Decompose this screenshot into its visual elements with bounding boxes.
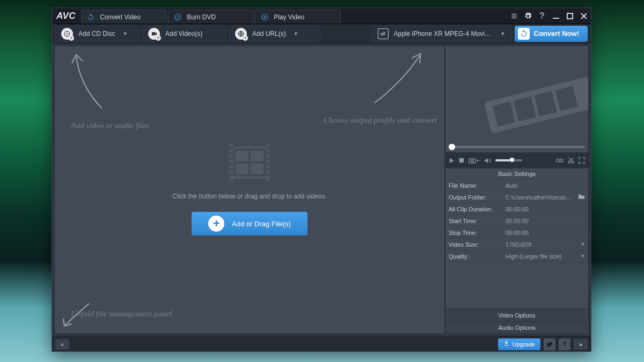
svg-rect-7 bbox=[567, 13, 573, 19]
setting-label: Output Folder: bbox=[449, 194, 506, 201]
plus-icon: + bbox=[208, 216, 224, 232]
titlebar: AVC Convert Video Burn DVD Play Video bbox=[52, 8, 591, 24]
list-icon[interactable] bbox=[509, 11, 519, 21]
folder-icon[interactable] bbox=[578, 194, 585, 201]
expand-panel-button[interactable]: « bbox=[55, 339, 69, 350]
settings-row: File Name:Auto bbox=[445, 180, 588, 191]
toolbar: + Add CD Disc ▼ + Add Video(s) + Add URL… bbox=[52, 24, 591, 43]
settings-row[interactable]: Quality:High (Larger file size)▼ bbox=[445, 250, 588, 262]
overlay-add-hint: Add video or audio files bbox=[71, 121, 150, 130]
svg-rect-5 bbox=[511, 17, 516, 18]
setting-value: Auto bbox=[506, 182, 585, 189]
body: Add video or audio files Choose output p… bbox=[52, 43, 591, 336]
svg-rect-30 bbox=[266, 173, 269, 176]
add-videos-button[interactable]: + Add Video(s) bbox=[142, 26, 226, 42]
settings-row: Start Time:00:00:00 bbox=[445, 215, 588, 227]
preview-controls: ▼ bbox=[445, 154, 589, 167]
gear-icon[interactable] bbox=[523, 11, 533, 21]
preview-seek-slider[interactable] bbox=[449, 146, 585, 148]
refresh-icon bbox=[87, 13, 94, 21]
svg-rect-10 bbox=[152, 32, 155, 35]
svg-rect-15 bbox=[236, 151, 248, 161]
setting-value: 1792x828▼ bbox=[506, 241, 585, 248]
close-icon[interactable] bbox=[579, 11, 589, 21]
setting-label: All Clip Duration: bbox=[449, 206, 506, 212]
cut-icon[interactable] bbox=[568, 157, 574, 164]
setting-label: Start Time: bbox=[449, 218, 506, 224]
svg-rect-3 bbox=[511, 13, 516, 14]
svg-rect-25 bbox=[266, 146, 269, 149]
tab-burn-dvd[interactable]: Burn DVD bbox=[168, 10, 254, 24]
play-icon[interactable] bbox=[449, 158, 455, 164]
setting-label: Video Size: bbox=[449, 241, 506, 248]
more-button[interactable]: » bbox=[574, 339, 588, 350]
svg-rect-6 bbox=[553, 18, 559, 19]
chevron-down-icon: ▼ bbox=[294, 31, 298, 36]
snapshot-icon[interactable]: ▼ bbox=[469, 158, 480, 164]
chevron-down-icon: ▼ bbox=[501, 31, 506, 36]
video-plus-icon: + bbox=[148, 28, 160, 40]
svg-rect-26 bbox=[266, 152, 269, 154]
upgrade-button[interactable]: Upgrade bbox=[498, 338, 540, 350]
upload-icon bbox=[503, 341, 509, 348]
globe-plus-icon: + bbox=[235, 28, 247, 40]
add-urls-button[interactable]: + Add URL(s) ▼ bbox=[229, 26, 320, 42]
add-cd-disc-button[interactable]: + Add CD Disc ▼ bbox=[55, 26, 139, 42]
film-icon bbox=[229, 144, 270, 183]
svg-rect-36 bbox=[459, 158, 464, 162]
svg-rect-20 bbox=[230, 152, 233, 154]
profile-label: Apple iPhone XR MPEG-4 Movie (*.m... bbox=[394, 30, 493, 38]
button-label: Convert Now! bbox=[534, 29, 580, 38]
svg-point-42 bbox=[572, 161, 574, 163]
svg-rect-24 bbox=[230, 173, 233, 176]
fullscreen-icon[interactable] bbox=[579, 157, 585, 164]
video-options-button[interactable]: Video Options bbox=[445, 309, 588, 321]
svg-rect-40 bbox=[560, 159, 563, 161]
svg-rect-21 bbox=[230, 157, 233, 160]
overlay-unfold-hint: Unfold file management panel bbox=[71, 309, 172, 319]
side-panel: ▼ Basic Settings File Name:AutoOutput Fo… bbox=[445, 46, 589, 334]
arrow-icon bbox=[64, 49, 113, 114]
convert-now-button[interactable]: Convert Now! bbox=[515, 26, 588, 42]
chevron-down-icon: ▼ bbox=[581, 242, 585, 247]
audio-options-button[interactable]: Audio Options bbox=[445, 321, 588, 334]
setting-value: 00:00:00 bbox=[506, 206, 585, 212]
svg-rect-4 bbox=[511, 16, 516, 16]
button-label: Add Video(s) bbox=[165, 30, 202, 38]
chevron-down-icon: ▼ bbox=[581, 254, 585, 258]
svg-point-9 bbox=[67, 33, 68, 34]
settings-row[interactable]: Video Size:1792x828▼ bbox=[445, 239, 588, 250]
app-window: AVC Convert Video Burn DVD Play Video bbox=[52, 8, 591, 352]
drop-hint: Click the button below or drag and drop … bbox=[172, 193, 327, 200]
tabs: Convert Video Burn DVD Play Video bbox=[81, 8, 342, 24]
tab-convert-video[interactable]: Convert Video bbox=[81, 10, 167, 24]
button-label: Add or Drag File(s) bbox=[232, 220, 291, 228]
disc-icon bbox=[174, 13, 181, 21]
svg-rect-39 bbox=[557, 159, 559, 161]
volume-icon[interactable] bbox=[484, 158, 491, 164]
add-file-button[interactable]: + Add or Drag File(s) bbox=[192, 212, 308, 235]
settings-row: All Clip Duration:00:00:00 bbox=[445, 203, 588, 215]
svg-rect-19 bbox=[230, 146, 233, 149]
link-icon[interactable] bbox=[556, 158, 564, 164]
settings-row[interactable]: Output Folder:C:\Users\cathe\Videos\... bbox=[445, 191, 588, 203]
convert-icon bbox=[518, 28, 530, 40]
drop-zone[interactable]: Add video or audio files Choose output p… bbox=[54, 46, 445, 334]
all-icon: all bbox=[378, 28, 389, 39]
output-profile-button[interactable]: all Apple iPhone XR MPEG-4 Movie (*.m...… bbox=[372, 26, 511, 42]
setting-label: File Name: bbox=[449, 182, 506, 189]
twitter-button[interactable] bbox=[544, 338, 555, 350]
setting-value: 00:00:00 bbox=[506, 218, 585, 224]
volume-slider[interactable] bbox=[495, 159, 522, 161]
facebook-button[interactable]: f bbox=[559, 338, 570, 350]
minimize-icon[interactable] bbox=[551, 11, 561, 21]
maximize-icon[interactable] bbox=[565, 11, 575, 21]
setting-value: C:\Users\cathe\Videos\... bbox=[506, 194, 585, 201]
help-icon[interactable]: ? bbox=[537, 11, 547, 21]
stop-icon[interactable] bbox=[459, 158, 464, 163]
play-icon bbox=[261, 13, 268, 21]
tab-label: Burn DVD bbox=[187, 13, 216, 21]
tab-play-video[interactable]: Play Video bbox=[255, 10, 341, 24]
tab-label: Convert Video bbox=[100, 13, 141, 21]
setting-label: Quality: bbox=[449, 253, 506, 260]
